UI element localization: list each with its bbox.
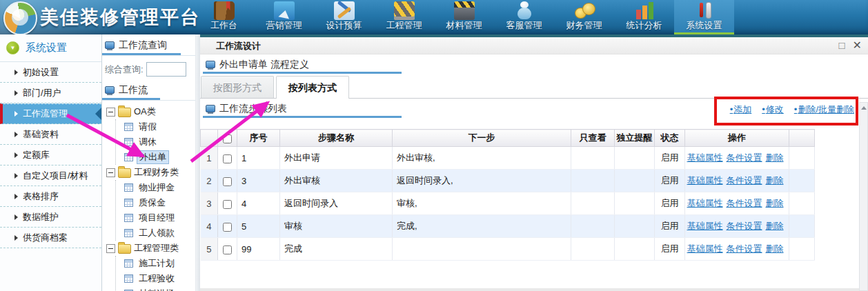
collapse-icon[interactable] [106, 244, 115, 253]
tree-group-label: OA类 [134, 106, 156, 118]
triangle-right-icon [14, 132, 18, 137]
row-checkbox[interactable] [223, 177, 232, 186]
close-button[interactable]: ✕ [853, 39, 862, 52]
tree-item[interactable]: 工人领款 [116, 225, 195, 241]
nav-item-label: 工程管理 [374, 19, 434, 32]
workflow-tree-panel: 工作流查询 综合查询: 工作流 OA类请假调休外出单工程财务类物业押金质保金项目… [102, 34, 195, 291]
delete-link[interactable]: 删除 [766, 175, 784, 185]
column-header: 操作 [685, 130, 789, 147]
sidebar-header[interactable]: ▼ 系统设置 [0, 34, 101, 62]
independent-remind-cell [615, 170, 655, 192]
window-title: 工作流设计 [200, 37, 868, 54]
row-checkbox[interactable] [223, 245, 232, 254]
independent-remind-cell [615, 147, 655, 170]
triangle-right-icon [14, 173, 18, 179]
nav-item-label: 财务管理 [554, 19, 614, 32]
tree-item[interactable]: 质保金 [116, 195, 195, 210]
workflow-steps-table: 序号步骤名称下一步只查看独立提醒状态操作11外出申请外出审核,启用基础属性条件设… [200, 129, 815, 261]
sidebar-item[interactable]: 部门/用户 [0, 83, 101, 103]
tree-item[interactable]: 项目经理 [116, 210, 195, 225]
condition-settings-link[interactable]: 条件设置 [727, 221, 762, 231]
tree-item[interactable]: 施工计划 [116, 256, 195, 271]
list-title: 工作流步骤列表 [219, 103, 287, 115]
tree-item[interactable]: 调休 [116, 134, 195, 150]
view-only-cell [571, 192, 615, 215]
sidebar-item[interactable]: 工作流管理 [0, 103, 101, 124]
sidebar-item-label: 自定义项目/材料 [23, 165, 88, 186]
delete-link[interactable]: 删除 [766, 198, 784, 208]
sidebar-item[interactable]: 基础资料 [0, 124, 101, 145]
table-row: 11外出申请外出审核,启用基础属性条件设置删除 [201, 147, 815, 170]
nav-item-label: 工作台 [194, 19, 254, 32]
collapse-icon[interactable] [106, 108, 115, 117]
tree-item[interactable]: 外出单 [116, 150, 195, 165]
table-row: 599完成启用基础属性条件设置删除 [201, 238, 815, 261]
delete-batch-delete-link[interactable]: •删除/批量删除 [794, 104, 854, 114]
nav-item-material[interactable]: 材料管理 [434, 0, 494, 34]
delete-link[interactable]: 删除 [766, 243, 784, 254]
sidebar-item-label: 数据维护 [23, 207, 59, 228]
basic-attrs-link[interactable]: 基础属性 [687, 175, 723, 185]
add-link[interactable]: •添加 [730, 104, 752, 114]
tree-item-label: 调休 [137, 136, 159, 148]
basic-attrs-link[interactable]: 基础属性 [687, 221, 723, 231]
basic-attrs-link[interactable]: 基础属性 [687, 152, 723, 163]
tree-group[interactable]: 工程管理类 [106, 241, 195, 256]
maximize-button[interactable]: □ [839, 39, 845, 52]
tree-panel-header: 工作流 [102, 83, 195, 98]
tree-item[interactable]: 物业押金 [116, 180, 195, 195]
sidebar-item[interactable]: 表格排序 [0, 186, 101, 207]
nav-item-finance[interactable]: 财务管理 [554, 0, 614, 34]
tab-list-mode[interactable]: 按列表方式 [276, 76, 349, 99]
tab-graph-mode[interactable]: 按图形方式 [201, 76, 274, 98]
sidebar-item[interactable]: 供货商档案 [0, 228, 101, 248]
view-only-cell [571, 215, 615, 238]
search-input[interactable] [146, 62, 186, 77]
nav-item-customer-service[interactable]: 客服管理 [494, 0, 554, 34]
vertical-scrollbar[interactable] [859, 102, 868, 291]
nav-item-marketing[interactable]: 营销管理 [254, 0, 314, 34]
nav-item-system-settings[interactable]: 系统设置 [674, 0, 734, 34]
sidebar-item[interactable]: 自定义项目/材料 [0, 165, 101, 186]
nav-item-design-budget[interactable]: 设计预算 [314, 0, 374, 34]
sidebar-item-label: 部门/用户 [23, 83, 61, 103]
nav-item-statistics[interactable]: 统计分析 [614, 0, 674, 34]
sidebar-item-label: 供货商档案 [23, 228, 68, 248]
independent-remind-cell [615, 215, 655, 238]
collapse-icon[interactable] [106, 168, 115, 177]
sidebar-item[interactable]: 数据维护 [0, 207, 101, 228]
delete-link[interactable]: 删除 [766, 221, 784, 231]
nav-item-label: 统计分析 [614, 19, 674, 32]
row-checkbox[interactable] [223, 223, 232, 232]
tree-group[interactable]: 工程财务类 [106, 165, 195, 180]
condition-settings-link[interactable]: 条件设置 [727, 175, 762, 185]
condition-settings-link[interactable]: 条件设置 [727, 152, 762, 163]
row-checkbox[interactable] [223, 200, 232, 209]
operations-cell: 基础属性条件设置删除 [685, 170, 789, 192]
tree-item[interactable]: 材料进场 [116, 286, 195, 291]
edit-link[interactable]: •修改 [762, 104, 784, 114]
condition-settings-link[interactable]: 条件设置 [727, 243, 762, 254]
select-all-checkbox[interactable] [223, 134, 232, 143]
tree-item[interactable]: 工程验收 [116, 271, 195, 286]
tree-group[interactable]: OA类 [106, 104, 195, 119]
panel-splitter[interactable] [195, 34, 200, 291]
nav-item-workbench[interactable]: 工作台 [194, 0, 254, 34]
nav-item-engineering[interactable]: 工程管理 [374, 0, 434, 34]
tree-item-label: 工程验收 [137, 272, 177, 285]
triangle-right-icon [14, 90, 18, 96]
delete-link[interactable]: 删除 [766, 152, 784, 163]
sidebar-item[interactable]: 初始设置 [0, 62, 101, 83]
tree-item[interactable]: 请假 [116, 119, 195, 134]
sidebar-item[interactable]: 定额库 [0, 145, 101, 165]
operations-cell: 基础属性条件设置删除 [685, 238, 789, 261]
tree-item-label: 项目经理 [137, 212, 177, 224]
basic-attrs-link[interactable]: 基础属性 [687, 243, 723, 254]
operations-cell: 基础属性条件设置删除 [685, 147, 789, 170]
basic-attrs-link[interactable]: 基础属性 [687, 198, 723, 208]
row-checkbox[interactable] [223, 154, 232, 163]
status-cell: 启用 [655, 215, 685, 238]
tree-item-label: 工人领款 [137, 227, 177, 239]
query-panel-header: 工作流查询 [102, 38, 195, 53]
condition-settings-link[interactable]: 条件设置 [727, 198, 762, 208]
